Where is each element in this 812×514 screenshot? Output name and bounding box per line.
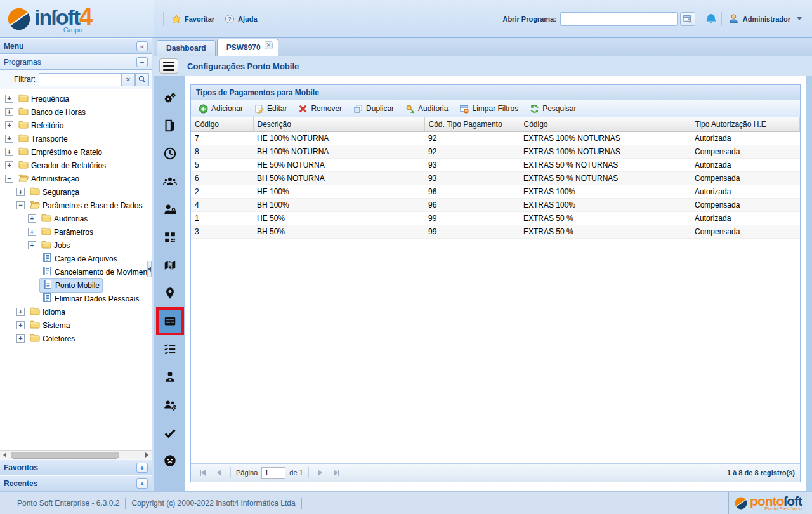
tree-item-ponto-mobile[interactable]: Ponto Mobile (0, 279, 152, 292)
checklist-icon[interactable] (156, 335, 184, 363)
tree-expander-icon[interactable]: − (16, 201, 25, 209)
tree-item-frequ-ncia[interactable]: +Frequência (0, 92, 152, 105)
notifications-button[interactable] (704, 12, 719, 26)
column-header-descri-o[interactable]: Descrição (253, 117, 424, 131)
scroll-right-arrow[interactable] (142, 451, 152, 459)
tree-item-coletores[interactable]: +Coletores (0, 332, 152, 345)
tree-item-carga-de-arquivos[interactable]: Carga de Arquivos (0, 252, 152, 265)
payment-card-icon[interactable] (156, 307, 184, 335)
tree-expander-icon[interactable]: + (5, 108, 13, 116)
user-menu[interactable]: Administrador (724, 12, 806, 25)
map-marker-icon[interactable] (156, 251, 184, 279)
tree-expander-icon[interactable]: + (5, 135, 13, 143)
table-row[interactable]: 6BH 50% NOTURNA93EXTRAS 50 % NOTURNASCom… (191, 171, 800, 185)
previous-page-button[interactable] (213, 466, 225, 479)
programs-header[interactable]: Programas − (0, 54, 152, 70)
tree-item-empr-stimo-e-rateio[interactable]: +Empréstimo e Rateio (0, 145, 152, 159)
open-program-browse-button[interactable] (680, 12, 695, 26)
tree-expander-icon[interactable]: + (16, 321, 25, 329)
tree-expander-icon[interactable]: + (5, 148, 13, 156)
editar-button[interactable]: Editar (249, 102, 292, 115)
tree-item-auditorias[interactable]: +Auditorias (0, 212, 152, 225)
gears-icon[interactable] (156, 84, 184, 112)
column-header-c-digo[interactable]: Código (520, 117, 691, 131)
tree-item-cancelamento-de-movimenta-es[interactable]: Cancelamento de Movimentações (0, 265, 152, 279)
tree-expander-icon[interactable]: + (16, 334, 25, 343)
help-button[interactable]: ? Ajuda (219, 11, 263, 27)
first-page-button[interactable] (196, 466, 209, 479)
page-number-input[interactable] (261, 467, 285, 479)
tree-expander-icon[interactable]: + (5, 161, 13, 169)
tree-horizontal-scrollbar[interactable] (0, 450, 152, 459)
qr-code-icon[interactable] (156, 223, 184, 251)
tree-item-sistema[interactable]: +Sistema (0, 319, 152, 332)
group-settings-icon[interactable] (156, 391, 184, 419)
scroll-track[interactable] (10, 451, 142, 459)
tree-expander-icon[interactable]: + (16, 308, 25, 316)
user-lock-icon[interactable] (156, 195, 184, 223)
team-icon[interactable] (156, 168, 184, 195)
tree-expander-icon[interactable]: + (5, 95, 13, 103)
tree-item-par-metros-e-base-de-dados[interactable]: −Parâmetros e Base de Dados (0, 199, 152, 212)
tree-collapse-nub[interactable] (147, 261, 152, 277)
tree-expander-icon[interactable]: + (28, 214, 36, 223)
table-row[interactable]: 7HE 100% NOTURNA92EXTRAS 100% NOTURNASAu… (191, 131, 800, 145)
sidebar-collapse-button[interactable]: « (136, 41, 148, 51)
table-row[interactable]: 2HE 100%96EXTRAS 100%Autorizada (191, 185, 800, 198)
filter-search-button[interactable] (135, 73, 149, 86)
favorite-button[interactable]: Favoritar (166, 11, 219, 27)
hamburger-menu-button[interactable] (159, 58, 178, 74)
recents-header[interactable]: Recentes + (0, 475, 152, 491)
remover-button[interactable]: Remover (293, 102, 347, 115)
favorites-header[interactable]: Favoritos + (0, 459, 152, 475)
table-row[interactable]: 8BH 100% NOTURNA92EXTRAS 100% NOTURNASCo… (191, 145, 800, 158)
tree-item-refeit-rio[interactable]: +Refeitório (0, 119, 152, 132)
sad-face-icon[interactable] (156, 447, 184, 475)
tree-item-eliminar-dados-pessoais[interactable]: Eliminar Dados Pessoais (0, 292, 152, 305)
checkmark-icon[interactable] (156, 419, 184, 447)
tree-item-administra-o[interactable]: −Administração (0, 172, 152, 185)
tree-item-par-metros[interactable]: +Parâmetros (0, 225, 152, 239)
table-row[interactable]: 4BH 100%96EXTRAS 100%Compensada (191, 198, 800, 211)
scroll-left-arrow[interactable] (0, 451, 10, 459)
tree-item-idioma[interactable]: +Idioma (0, 305, 152, 319)
person-icon[interactable] (156, 363, 184, 391)
duplicar-button[interactable]: Duplicar (348, 102, 399, 115)
location-pin-icon[interactable] (156, 279, 184, 307)
tree-item-transporte[interactable]: +Transporte (0, 132, 152, 145)
favorites-expand-button[interactable]: + (136, 463, 148, 473)
pesquisar-button[interactable]: Pesquisar (525, 102, 581, 115)
tree-expander-icon[interactable]: + (5, 121, 13, 129)
tree-item-jobs[interactable]: +Jobs (0, 239, 152, 252)
menu-header[interactable]: Menu « (0, 38, 152, 54)
next-page-button[interactable] (314, 466, 327, 479)
table-row[interactable]: 5HE 50% NOTURNA93EXTRAS 50 % NOTURNASAut… (191, 158, 800, 171)
tree-expander-icon[interactable]: + (16, 188, 25, 196)
tree-expander-icon[interactable]: + (28, 241, 36, 249)
table-row[interactable]: 1HE 50%99EXTRAS 50 %Autorizada (191, 211, 800, 225)
tab-dashboard[interactable]: Dashboard (157, 40, 216, 56)
last-page-button[interactable] (331, 466, 343, 479)
tab-psw8970[interactable]: PSW8970✕ (217, 39, 278, 56)
filter-clear-button[interactable]: × (121, 73, 135, 86)
scroll-thumb[interactable] (11, 452, 119, 459)
table-row[interactable]: 3BH 50%99EXTRAS 50 %Compensada (191, 225, 800, 238)
column-header-c-digo[interactable]: Código (191, 117, 253, 131)
filter-input[interactable] (39, 73, 121, 86)
limpar-filtros-button[interactable]: Limpar Filtros (454, 102, 523, 115)
tree-expander-icon[interactable]: + (28, 228, 36, 236)
column-header-c-d-tipo-pagamento[interactable]: Cód. Tipo Pagamento (424, 117, 520, 131)
clock-icon[interactable] (156, 140, 184, 168)
open-program-input[interactable] (560, 12, 678, 26)
tree-item-banco-de-horas[interactable]: +Banco de Horas (0, 105, 152, 119)
column-header-tipo-autoriza-o-h-e[interactable]: Tipo Autorização H.E (691, 117, 800, 131)
recents-expand-button[interactable]: + (136, 478, 148, 489)
tree-expander-icon[interactable]: − (5, 175, 13, 183)
tab-close-icon[interactable]: ✕ (265, 41, 273, 49)
tree-item-seguran-a[interactable]: +Segurança (0, 185, 152, 199)
auditoria-button[interactable]: Auditoria (400, 102, 453, 115)
door-exit-icon[interactable] (156, 112, 184, 140)
adicionar-button[interactable]: Adicionar (193, 102, 248, 115)
tree-item-gerador-de-relat-rios[interactable]: +Gerador de Relatórios (0, 159, 152, 172)
programs-collapse-button[interactable]: − (136, 57, 148, 67)
